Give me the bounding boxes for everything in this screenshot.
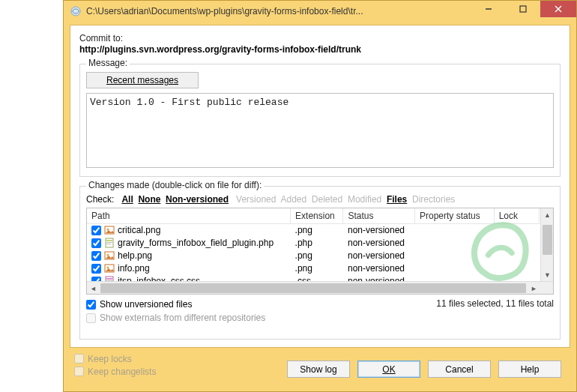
- maximize-button[interactable]: [506, 1, 540, 17]
- file-name: info.png: [118, 263, 150, 274]
- table-row[interactable]: gravity_forms_infobox_field_plugin.php.p…: [87, 237, 540, 250]
- scroll-left-icon[interactable]: ◄: [87, 282, 100, 295]
- table-row[interactable]: critical.png.pngnon-versioned: [87, 224, 540, 237]
- filter-directories: Directories: [412, 194, 455, 205]
- row-checkbox[interactable]: [91, 251, 101, 261]
- showlog-label: Show log: [300, 364, 336, 375]
- svg-rect-8: [106, 240, 112, 241]
- file-propstatus: [415, 224, 495, 237]
- minimize-button[interactable]: [471, 1, 506, 17]
- col-propstatus[interactable]: Property status: [415, 208, 495, 224]
- scroll-up-icon[interactable]: ▲: [541, 208, 554, 221]
- title-bar[interactable]: C:\Users\adrian\Documents\wp-plugins\gra…: [64, 1, 576, 22]
- table-row[interactable]: info.png.pngnon-versioned: [87, 262, 540, 275]
- file-propstatus: [415, 262, 495, 275]
- file-icon: [104, 238, 115, 248]
- app-icon: [70, 5, 82, 17]
- vscroll-thumb[interactable]: [543, 225, 552, 255]
- file-ext: .php: [291, 237, 343, 250]
- window-controls: [471, 1, 576, 22]
- file-ext: .png: [291, 250, 343, 262]
- file-name: gravity_forms_infobox_field_plugin.php: [118, 238, 274, 248]
- show-unversioned-checkbox[interactable]: Show unversioned files: [86, 298, 265, 311]
- file-name: help.png: [118, 250, 152, 261]
- commit-message-input[interactable]: [86, 93, 554, 168]
- lower-options: Keep locks Keep changelists: [74, 352, 156, 378]
- file-lock: [494, 250, 539, 262]
- filter-deleted: Deleted: [312, 194, 342, 205]
- upper-panel: Commit to: http://plugins.svn.wordpress.…: [70, 25, 570, 348]
- show-unversioned-input[interactable]: [86, 300, 96, 310]
- hscroll-thumb[interactable]: [100, 283, 526, 293]
- help-button[interactable]: Help: [498, 361, 561, 378]
- scroll-right-icon[interactable]: ►: [528, 282, 540, 295]
- scroll-down-icon[interactable]: ▼: [541, 268, 554, 281]
- show-unversioned-label: Show unversioned files: [100, 299, 192, 310]
- table-row[interactable]: help.png.pngnon-versioned: [87, 250, 540, 262]
- file-propstatus: [415, 237, 495, 250]
- svg-rect-2: [520, 6, 526, 12]
- commit-dialog-window: C:\Users\adrian\Documents\wp-plugins\gra…: [63, 0, 577, 392]
- row-checkbox[interactable]: [91, 226, 101, 235]
- file-lock: [494, 262, 539, 275]
- below-list-row: Show unversioned files Show externals fr…: [86, 298, 554, 325]
- file-status: non-versioned: [343, 262, 415, 275]
- keep-locks-checkbox[interactable]: Keep locks: [74, 352, 156, 365]
- table-header-row[interactable]: Path Extension Status Property status Lo…: [87, 208, 540, 224]
- keep-changelists-label: Keep changelists: [88, 367, 156, 377]
- list-options: Show unversioned files Show externals fr…: [86, 298, 265, 325]
- file-status: non-versioned: [343, 237, 415, 250]
- show-externals-input: [86, 313, 96, 323]
- row-checkbox[interactable]: [91, 238, 101, 248]
- check-label: Check:: [86, 194, 114, 205]
- col-path[interactable]: Path: [87, 208, 291, 224]
- message-legend: Message:: [86, 58, 130, 68]
- help-label: Help: [521, 364, 540, 375]
- keep-locks-label: Keep locks: [88, 354, 132, 364]
- check-filter-line: Check: All None Non-versioned Versioned …: [86, 194, 554, 205]
- selection-status: 11 files selected, 11 files total: [436, 298, 554, 309]
- ok-button[interactable]: OK: [357, 361, 420, 378]
- keep-changelists-input: [74, 367, 84, 376]
- changes-legend: Changes made (double-click on file for d…: [86, 180, 264, 190]
- col-lock[interactable]: Lock: [494, 208, 539, 224]
- svg-rect-16: [106, 278, 112, 280]
- file-status: non-versioned: [343, 224, 415, 237]
- file-lock: [494, 237, 539, 250]
- showlog-button[interactable]: Show log: [287, 361, 350, 378]
- filter-added: Added: [280, 194, 306, 205]
- filter-modified: Modified: [348, 194, 381, 205]
- file-ext: .png: [291, 262, 343, 275]
- vertical-scrollbar[interactable]: ▲ ▼: [540, 208, 553, 281]
- row-checkbox[interactable]: [91, 264, 101, 274]
- recent-messages-button[interactable]: Recent messages: [86, 72, 199, 88]
- filter-files[interactable]: Files: [387, 194, 407, 205]
- svg-point-12: [107, 254, 109, 256]
- horizontal-scrollbar[interactable]: ◄ ►: [87, 281, 553, 294]
- dialog-buttons: Show log OK Cancel Help: [287, 361, 561, 378]
- file-lock: [494, 224, 539, 237]
- scroll-corner: [540, 282, 553, 295]
- commit-to-label: Commit to:: [79, 33, 561, 43]
- cancel-button[interactable]: Cancel: [428, 361, 491, 378]
- recent-messages-label: Recent messages: [106, 75, 178, 85]
- svg-rect-10: [106, 244, 111, 244]
- keep-changelists-checkbox[interactable]: Keep changelists: [74, 365, 156, 378]
- col-extension[interactable]: Extension: [291, 208, 343, 224]
- close-button[interactable]: [540, 1, 576, 17]
- filter-versioned: Versioned: [236, 194, 276, 205]
- file-ext: .png: [291, 224, 343, 237]
- filter-none[interactable]: None: [138, 194, 160, 205]
- message-groupbox: Message: Recent messages: [79, 64, 561, 177]
- lower-bar: Keep locks Keep changelists Show log OK …: [70, 348, 570, 385]
- svg-rect-9: [106, 242, 112, 243]
- col-status[interactable]: Status: [343, 208, 415, 224]
- changes-groupbox: Changes made (double-click on file for d…: [79, 186, 561, 340]
- filter-nonversioned[interactable]: Non-versioned: [166, 194, 229, 205]
- filter-all[interactable]: All: [121, 194, 133, 205]
- client-area: Commit to: http://plugins.svn.wordpress.…: [70, 25, 570, 385]
- svg-point-6: [107, 229, 109, 231]
- show-externals-label: Show externals from different repositori…: [100, 313, 265, 323]
- file-list[interactable]: Path Extension Status Property status Lo…: [86, 208, 554, 295]
- ok-label: OK: [382, 364, 395, 375]
